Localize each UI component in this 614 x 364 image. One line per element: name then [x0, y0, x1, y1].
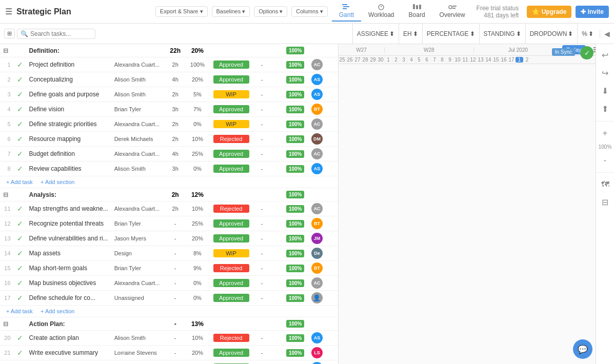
task-name-cell[interactable]: Conceptualizing	[26, 72, 111, 87]
task-name-cell[interactable]: Budget definition	[26, 147, 111, 161]
svg-point-7	[449, 6, 452, 9]
add-task-button-definition[interactable]: + Add task	[3, 178, 36, 186]
add-section-button-definition[interactable]: + Add section	[37, 178, 77, 186]
add-collapse-button[interactable]: ⊞	[4, 29, 15, 38]
task-name-cell[interactable]: Create action plan	[26, 331, 111, 346]
svg-rect-9	[452, 8, 455, 9]
search-input[interactable]	[30, 30, 92, 37]
today-day: 1	[516, 57, 523, 63]
svg-rect-2	[343, 8, 347, 9]
eh-header[interactable]: EH ⬍	[399, 24, 422, 44]
svg-rect-6	[419, 5, 421, 9]
task-name-cell[interactable]: Define schedule for co...	[26, 291, 111, 306]
table-row: 17 ✓ Define schedule for co... Unassigne…	[0, 291, 338, 306]
table-row: 12 ✓ Recognize potential threats Brian T…	[0, 216, 338, 231]
tab-workload[interactable]: Workload	[361, 2, 401, 22]
table-row: 7 ✓ Budget definition Alexandra Cuart...…	[0, 147, 338, 161]
add-row-definition: + Add task + Add section	[0, 176, 338, 188]
main-area: ⊟ Definition: 22h 20% 100% 1 ✓ Project d…	[0, 44, 614, 364]
export-share-button[interactable]: Export & Share ▾	[155, 6, 208, 17]
sync-check-icon: ✓	[580, 46, 593, 59]
task-check-icon: ✓	[17, 234, 23, 242]
copy-button[interactable]: ⬇	[600, 84, 610, 98]
zoom-out-button[interactable]: -	[602, 154, 608, 167]
assignee-header[interactable]: ASSIGNEE ⬍	[352, 24, 399, 44]
zoom-level: 100%	[599, 144, 612, 150]
add-task-button-analysis[interactable]: + Add task	[3, 307, 36, 315]
tab-overview[interactable]: Overview	[432, 2, 472, 22]
section-analysis: ⊟ Analysis: 2h 12% 100%	[0, 188, 338, 201]
gantt-area: W27 W28 Jul 2020 Today DAYS 25 26 27 28 …	[339, 44, 614, 364]
redo-button[interactable]: ↪	[600, 66, 610, 80]
paste-button[interactable]: ⬆	[600, 102, 610, 116]
table-row: 8 ✓ Review capabilities Alison Smith 3h …	[0, 161, 338, 176]
dropdown-header[interactable]: DROPDOWN ⬍	[525, 24, 578, 44]
baselines-button[interactable]: Baselines ▾	[212, 6, 250, 17]
right-tools: ↩ ↪ ⬇ ⬆ + 100% - 🗺 ⊟	[596, 44, 614, 364]
day-25: 25	[339, 57, 346, 63]
task-check-icon: ✓	[17, 150, 23, 158]
task-name-cell[interactable]: Define strategic priorities	[26, 117, 111, 132]
percentage-header[interactable]: PERCENTAGE ⬍	[422, 24, 479, 44]
table-row: 16 ✓ Map business objectives Alexandra C…	[0, 276, 338, 291]
add-row-analysis: + Add task + Add section	[0, 306, 338, 317]
task-name-cell[interactable]: Define vision	[26, 102, 111, 117]
toolbar: ⊞ 🔍 ASSIGNEE ⬍ EH ⬍ PERCENTAGE ⬍ STANDIN…	[0, 24, 614, 44]
table-row: 5 ✓ Define strategic priorities Alexandr…	[0, 117, 338, 132]
task-check-icon: ✓	[17, 90, 23, 98]
add-section-button-analysis[interactable]: + Add section	[37, 307, 77, 315]
task-check-icon: ✓	[17, 279, 23, 287]
upgrade-button[interactable]: ⭐ Upgrade	[527, 6, 571, 18]
top-bar: ☰ Strategic Plan Export & Share ▾ Baseli…	[0, 0, 614, 24]
tasks-table: ⊟ Definition: 22h 20% 100% 1 ✓ Project d…	[0, 44, 338, 364]
search-icon: 🔍	[21, 30, 28, 37]
zoom-in-button[interactable]: +	[601, 127, 609, 140]
menu-icon[interactable]: ☰	[5, 7, 12, 16]
task-check-icon: ✓	[17, 165, 23, 173]
chat-bubble[interactable]: 💬	[573, 339, 592, 359]
section-collapse-definition[interactable]: ⊟	[3, 47, 8, 54]
grid-button[interactable]: ⊟	[600, 195, 610, 209]
section-label-analysis: Analysis:	[26, 188, 111, 201]
svg-rect-5	[416, 5, 418, 9]
task-name-cell[interactable]: Recognize potential threats	[26, 216, 111, 231]
percent-header[interactable]: % ⬍	[577, 24, 598, 44]
task-name-cell[interactable]: Map strengths and weakne...	[26, 201, 111, 216]
task-name-cell[interactable]: Resource mapping	[26, 132, 111, 147]
section-definition: ⊟ Definition: 22h 20% 100%	[0, 44, 338, 57]
options-button[interactable]: Options ▾	[254, 6, 287, 17]
tab-board[interactable]: Board	[402, 2, 432, 22]
table-row: 14 ✓ Map assets Design - 8% WIP - 100% D…	[0, 246, 338, 261]
task-check-icon: ✓	[17, 219, 23, 228]
map-button[interactable]: 🗺	[599, 178, 611, 191]
tab-gantt[interactable]: Gantt	[332, 2, 361, 22]
task-check-icon: ✓	[17, 264, 23, 272]
standing-header[interactable]: STANDING ⬍	[479, 24, 525, 44]
task-check-icon: ✓	[17, 205, 23, 213]
task-name-cell[interactable]: Write executive summary	[26, 346, 111, 360]
task-name-cell[interactable]: Define vulnerabilities and ri...	[26, 231, 111, 246]
section-collapse-action-plan[interactable]: ⊟	[3, 320, 8, 328]
nav-tabs: Gantt Workload Board Overview	[332, 2, 472, 22]
undo-button[interactable]: ↩	[600, 48, 610, 62]
invite-button[interactable]: ✚ Invite	[576, 6, 609, 18]
task-name-cell[interactable]: Review capabilities	[26, 161, 111, 176]
table-row: 13 ✓ Define vulnerabilities and ri... Ja…	[0, 231, 338, 246]
task-name-cell[interactable]: Select team	[26, 360, 111, 365]
columns-button[interactable]: Columns ▾	[291, 6, 327, 17]
svg-rect-4	[413, 4, 415, 9]
back-arrow[interactable]: ◀	[604, 30, 610, 38]
task-name-cell[interactable]: Map business objectives	[26, 276, 111, 291]
task-name-cell[interactable]: Project definition	[26, 57, 111, 72]
task-name-cell[interactable]: Map short-term goals	[26, 261, 111, 276]
task-check-icon: ✓	[17, 105, 23, 113]
table-row: 11 ✓ Map strengths and weakne... Alexand…	[0, 201, 338, 216]
insync-badge: In Sync	[552, 48, 575, 56]
task-check-icon: ✓	[17, 334, 23, 342]
task-check-icon: ✓	[17, 135, 23, 143]
section-collapse-analysis[interactable]: ⊟	[3, 191, 8, 198]
task-name-cell[interactable]: Map assets	[26, 246, 111, 261]
task-name-cell[interactable]: Define goals and purpose	[26, 87, 111, 102]
table-row: 21 ✓ Write executive summary Lorraine St…	[0, 346, 338, 360]
trial-info: Free trial status 481 days left	[477, 5, 519, 19]
